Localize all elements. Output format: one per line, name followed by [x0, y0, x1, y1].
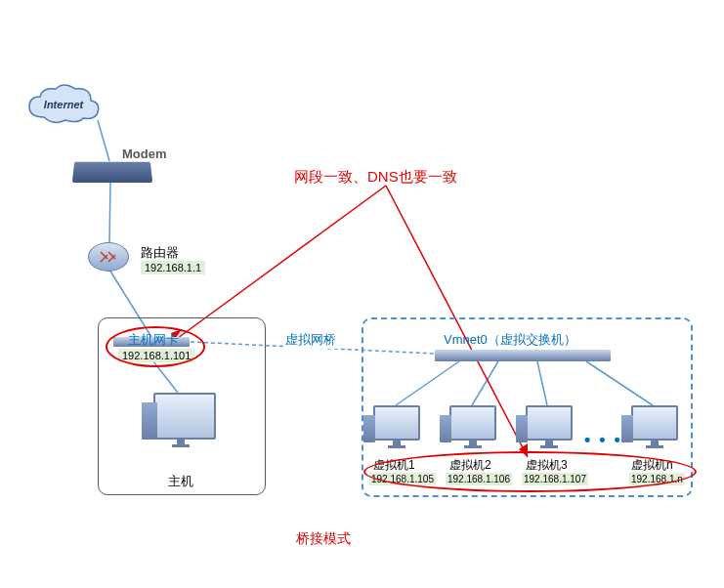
ellipsis-icon: • • • — [584, 430, 622, 450]
vm3-icon — [522, 405, 575, 448]
vm1-icon — [369, 405, 423, 448]
diagram-title: 桥接模式 — [296, 530, 351, 548]
vmnet-switch-icon — [435, 350, 611, 361]
red-circle-host-nic — [106, 326, 205, 367]
router-icon — [88, 242, 129, 272]
vm2-icon — [446, 405, 499, 448]
host-label: 主机 — [168, 473, 193, 490]
annotation-text: 网段一致、DNS也要一致 — [294, 168, 457, 187]
host-computer-icon — [153, 393, 207, 447]
svg-line-1 — [109, 183, 110, 242]
red-circle-vms — [363, 451, 697, 492]
modem-label: Modem — [122, 147, 167, 161]
internet-label: Internet — [44, 99, 85, 110]
virtual-bridge-label: 虚拟网桥 — [283, 331, 338, 349]
router-label: 路由器 — [141, 244, 179, 262]
modem-icon — [72, 162, 152, 183]
internet-cloud-icon: Internet — [24, 83, 103, 127]
vmn-icon — [627, 405, 681, 448]
vmnet-label: Vmnet0（虚拟交换机） — [444, 331, 576, 349]
router-ip: 192.168.1.1 — [141, 261, 205, 274]
